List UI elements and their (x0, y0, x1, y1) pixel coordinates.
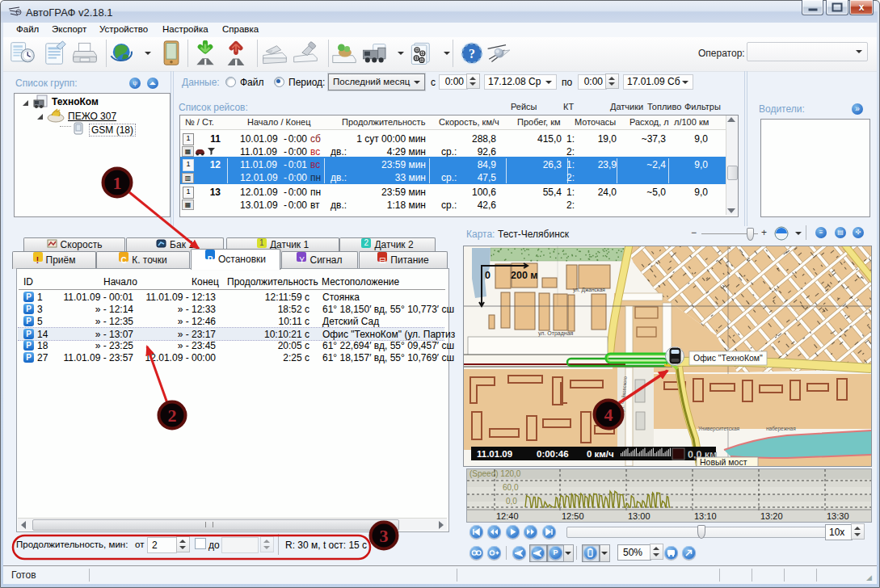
svg-text:200 м: 200 м (511, 270, 538, 281)
svg-text:Университетская: Университетская (698, 426, 740, 432)
svg-text:13:10: 13:10 (694, 511, 717, 521)
svg-text:?: ? (469, 47, 475, 61)
svg-text:60,0: 60,0 (503, 483, 519, 492)
svg-text:11.01.09: 11.01.09 (477, 449, 512, 459)
svg-text:ул. Джанская: ул. Джанская (573, 287, 605, 293)
svg-text:0:00:46: 0:00:46 (537, 449, 569, 459)
svg-text:Новый мост: Новый мост (700, 457, 747, 466)
svg-text:13:30: 13:30 (827, 511, 849, 521)
svg-text:12:50: 12:50 (562, 511, 584, 521)
svg-text:0,0: 0,0 (506, 497, 517, 506)
svg-text:набережная: набережная (766, 426, 796, 432)
svg-text:4: 4 (604, 405, 613, 425)
svg-text:13:20: 13:20 (760, 511, 783, 521)
svg-text:12:40: 12:40 (496, 511, 519, 521)
svg-text:13:00: 13:00 (628, 511, 651, 521)
svg-text:Офис "ТехноКом": Офис "ТехноКом" (693, 353, 763, 363)
svg-text:(Speed) 120,0: (Speed) 120,0 (469, 469, 521, 478)
svg-text:0 км/ч: 0 км/ч (587, 449, 614, 459)
svg-text:0: 0 (485, 270, 491, 281)
svg-text:ул. Отрадная: ул. Отрадная (538, 330, 574, 337)
